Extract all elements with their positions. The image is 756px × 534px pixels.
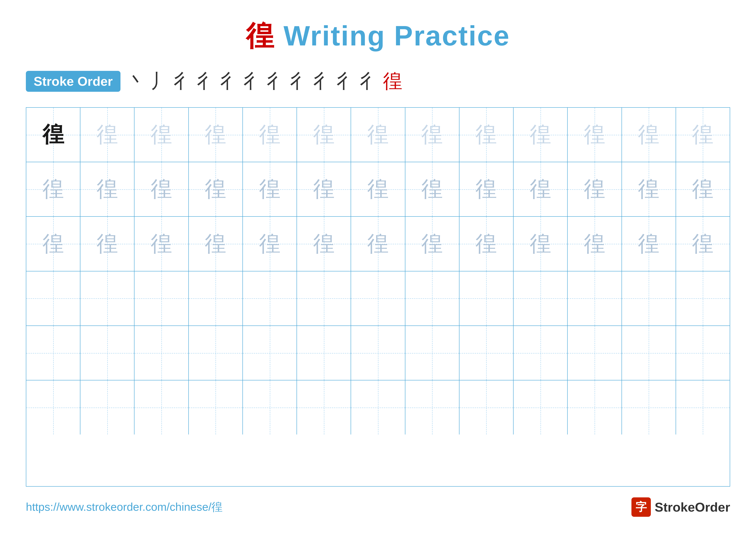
grid-cell[interactable] (297, 326, 351, 380)
grid-cell[interactable] (134, 380, 189, 435)
writing-grid[interactable]: 徨徨徨徨徨徨徨徨徨徨徨徨徨徨徨徨徨徨徨徨徨徨徨徨徨徨徨徨徨徨徨徨徨徨徨徨徨徨徨 (26, 107, 730, 487)
grid-cell[interactable]: 徨 (189, 217, 243, 271)
cell-character: 徨 (313, 229, 335, 259)
grid-cell[interactable] (189, 326, 243, 380)
grid-cell[interactable]: 徨 (405, 217, 459, 271)
grid-cell[interactable]: 徨 (297, 162, 351, 216)
grid-cell[interactable]: 徨 (243, 217, 297, 271)
grid-cell[interactable]: 徨 (351, 217, 405, 271)
grid-cell[interactable]: 徨 (622, 108, 676, 162)
cell-character: 徨 (584, 120, 606, 149)
grid-cell[interactable]: 徨 (622, 162, 676, 216)
grid-cell[interactable]: 徨 (676, 162, 730, 216)
grid-cell[interactable]: 徨 (676, 108, 730, 162)
grid-cell[interactable] (514, 326, 568, 380)
grid-cell[interactable] (243, 271, 297, 325)
grid-cell[interactable]: 徨 (26, 108, 80, 162)
grid-cell[interactable]: 徨 (514, 217, 568, 271)
grid-cell[interactable]: 徨 (297, 217, 351, 271)
grid-cell[interactable] (297, 271, 351, 325)
grid-cell[interactable]: 徨 (568, 217, 622, 271)
grid-cell[interactable]: 徨 (189, 162, 243, 216)
grid-cell[interactable] (459, 326, 514, 380)
grid-cell[interactable]: 徨 (405, 108, 459, 162)
cell-character: 徨 (421, 120, 443, 149)
cell-character: 徨 (638, 120, 660, 149)
grid-cell[interactable]: 徨 (297, 108, 351, 162)
grid-cell[interactable] (351, 380, 405, 435)
grid-cell[interactable]: 徨 (568, 108, 622, 162)
grid-cell[interactable] (459, 271, 514, 325)
cell-character: 徨 (692, 175, 714, 204)
grid-cell[interactable] (405, 271, 459, 325)
grid-cell[interactable] (297, 380, 351, 435)
grid-cell[interactable] (459, 380, 514, 435)
grid-cell[interactable]: 徨 (459, 108, 514, 162)
grid-cell[interactable]: 徨 (80, 217, 134, 271)
grid-cell[interactable] (676, 380, 730, 435)
grid-cell[interactable]: 徨 (26, 217, 80, 271)
grid-cell[interactable]: 徨 (134, 162, 189, 216)
grid-cell[interactable]: 徨 (351, 162, 405, 216)
grid-cell[interactable]: 徨 (568, 162, 622, 216)
cell-character: 徨 (367, 229, 389, 259)
grid-cell[interactable]: 徨 (243, 162, 297, 216)
grid-cell[interactable] (351, 271, 405, 325)
title-character: 徨 (246, 20, 275, 51)
grid-cell[interactable]: 徨 (459, 162, 514, 216)
grid-cell[interactable] (189, 380, 243, 435)
grid-cell[interactable] (189, 271, 243, 325)
grid-cell[interactable]: 徨 (134, 217, 189, 271)
grid-cell[interactable]: 徨 (80, 162, 134, 216)
footer: https://www.strokeorder.com/chinese/徨 字 … (26, 497, 730, 517)
grid-row (26, 380, 730, 435)
grid-cell[interactable]: 徨 (676, 217, 730, 271)
grid-cell[interactable]: 徨 (351, 108, 405, 162)
grid-cell[interactable] (243, 326, 297, 380)
cell-character: 徨 (584, 229, 606, 259)
grid-cell[interactable]: 徨 (622, 217, 676, 271)
grid-cell[interactable] (622, 271, 676, 325)
grid-cell[interactable] (80, 326, 134, 380)
cell-character: 徨 (150, 175, 172, 204)
grid-cell[interactable] (405, 326, 459, 380)
grid-cell[interactable]: 徨 (26, 162, 80, 216)
grid-cell[interactable]: 徨 (405, 162, 459, 216)
grid-cell[interactable] (26, 271, 80, 325)
grid-cell[interactable]: 徨 (243, 108, 297, 162)
cell-character: 徨 (42, 229, 64, 259)
grid-cell[interactable] (622, 326, 676, 380)
grid-cell[interactable] (26, 380, 80, 435)
grid-cell[interactable]: 徨 (514, 162, 568, 216)
cell-character: 徨 (367, 120, 389, 149)
grid-cell[interactable] (676, 326, 730, 380)
grid-cell[interactable] (134, 326, 189, 380)
grid-cell[interactable] (568, 380, 622, 435)
grid-cell[interactable] (622, 380, 676, 435)
grid-cell[interactable]: 徨 (134, 108, 189, 162)
page: 徨 Writing Practice Stroke Order 丶 丿 彳 彳 … (0, 0, 756, 534)
grid-cell[interactable] (80, 271, 134, 325)
grid-cell[interactable]: 徨 (459, 217, 514, 271)
cell-character: 徨 (692, 229, 714, 259)
cell-character: 徨 (96, 175, 118, 204)
grid-cell[interactable]: 徨 (514, 108, 568, 162)
grid-cell[interactable] (26, 326, 80, 380)
grid-cell[interactable] (351, 326, 405, 380)
cell-character: 徨 (96, 120, 118, 149)
grid-cell[interactable] (568, 326, 622, 380)
footer-url[interactable]: https://www.strokeorder.com/chinese/徨 (26, 499, 223, 515)
grid-cell[interactable] (514, 380, 568, 435)
grid-cell[interactable] (405, 380, 459, 435)
grid-cell[interactable] (134, 271, 189, 325)
grid-cell[interactable] (514, 271, 568, 325)
grid-cell[interactable] (80, 380, 134, 435)
grid-cell[interactable] (243, 380, 297, 435)
grid-cell[interactable] (568, 271, 622, 325)
grid-cell[interactable] (676, 271, 730, 325)
cell-character: 徨 (530, 120, 551, 149)
cell-character: 徨 (205, 175, 226, 204)
grid-cell[interactable]: 徨 (189, 108, 243, 162)
grid-cell[interactable]: 徨 (80, 108, 134, 162)
cell-character: 徨 (96, 229, 118, 259)
